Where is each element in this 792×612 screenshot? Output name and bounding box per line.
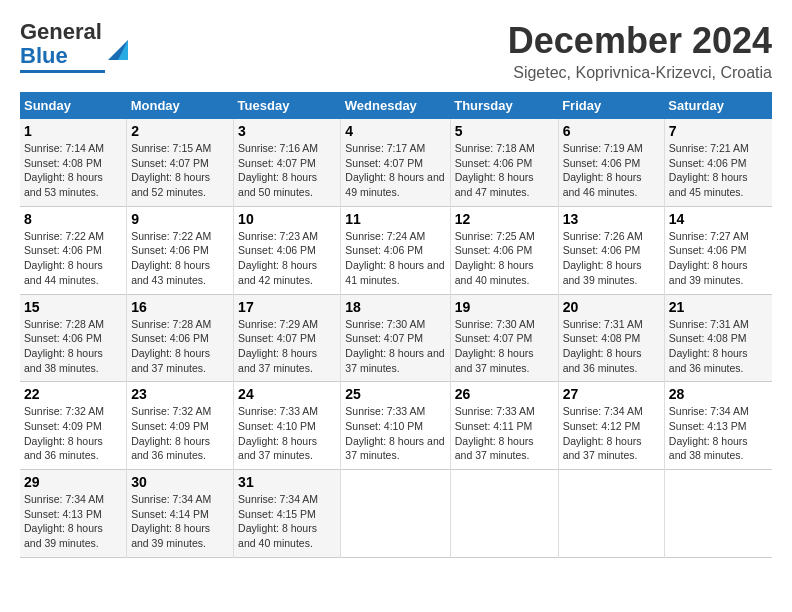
day-cell: 19Sunrise: 7:30 AMSunset: 4:07 PMDayligh… [450,294,558,382]
day-info: Sunrise: 7:30 AMSunset: 4:07 PMDaylight:… [455,318,535,374]
day-number: 22 [24,386,122,402]
day-number: 21 [669,299,768,315]
day-number: 13 [563,211,660,227]
day-cell: 21Sunrise: 7:31 AMSunset: 4:08 PMDayligh… [664,294,772,382]
day-info: Sunrise: 7:22 AMSunset: 4:06 PMDaylight:… [24,230,104,286]
page-header: GeneralBlue December 2024 Sigetec, Kopri… [20,20,772,82]
day-info: Sunrise: 7:34 AMSunset: 4:14 PMDaylight:… [131,493,211,549]
day-number: 18 [345,299,445,315]
day-info: Sunrise: 7:33 AMSunset: 4:11 PMDaylight:… [455,405,535,461]
day-number: 8 [24,211,122,227]
day-number: 28 [669,386,768,402]
week-row-3: 15Sunrise: 7:28 AMSunset: 4:06 PMDayligh… [20,294,772,382]
logo-text: GeneralBlue [20,20,102,68]
day-info: Sunrise: 7:31 AMSunset: 4:08 PMDaylight:… [669,318,749,374]
day-cell: 7Sunrise: 7:21 AMSunset: 4:06 PMDaylight… [664,119,772,206]
day-number: 16 [131,299,229,315]
day-info: Sunrise: 7:21 AMSunset: 4:06 PMDaylight:… [669,142,749,198]
day-cell: 6Sunrise: 7:19 AMSunset: 4:06 PMDaylight… [558,119,664,206]
day-number: 7 [669,123,768,139]
day-info: Sunrise: 7:31 AMSunset: 4:08 PMDaylight:… [563,318,643,374]
day-cell: 18Sunrise: 7:30 AMSunset: 4:07 PMDayligh… [341,294,450,382]
day-info: Sunrise: 7:33 AMSunset: 4:10 PMDaylight:… [345,405,444,461]
day-info: Sunrise: 7:28 AMSunset: 4:06 PMDaylight:… [131,318,211,374]
day-cell: 27Sunrise: 7:34 AMSunset: 4:12 PMDayligh… [558,382,664,470]
day-cell: 26Sunrise: 7:33 AMSunset: 4:11 PMDayligh… [450,382,558,470]
day-cell: 13Sunrise: 7:26 AMSunset: 4:06 PMDayligh… [558,206,664,294]
month-title: December 2024 [508,20,772,62]
day-info: Sunrise: 7:30 AMSunset: 4:07 PMDaylight:… [345,318,444,374]
day-cell: 11Sunrise: 7:24 AMSunset: 4:06 PMDayligh… [341,206,450,294]
day-cell: 16Sunrise: 7:28 AMSunset: 4:06 PMDayligh… [127,294,234,382]
day-number: 15 [24,299,122,315]
day-number: 23 [131,386,229,402]
day-info: Sunrise: 7:23 AMSunset: 4:06 PMDaylight:… [238,230,318,286]
day-number: 4 [345,123,445,139]
header-sunday: Sunday [20,92,127,119]
week-row-5: 29Sunrise: 7:34 AMSunset: 4:13 PMDayligh… [20,470,772,558]
day-number: 20 [563,299,660,315]
day-number: 27 [563,386,660,402]
day-cell: 9Sunrise: 7:22 AMSunset: 4:06 PMDaylight… [127,206,234,294]
week-row-4: 22Sunrise: 7:32 AMSunset: 4:09 PMDayligh… [20,382,772,470]
day-info: Sunrise: 7:32 AMSunset: 4:09 PMDaylight:… [131,405,211,461]
day-number: 3 [238,123,336,139]
day-cell: 5Sunrise: 7:18 AMSunset: 4:06 PMDaylight… [450,119,558,206]
day-info: Sunrise: 7:34 AMSunset: 4:13 PMDaylight:… [669,405,749,461]
day-number: 29 [24,474,122,490]
day-info: Sunrise: 7:34 AMSunset: 4:15 PMDaylight:… [238,493,318,549]
calendar-header-row: SundayMondayTuesdayWednesdayThursdayFrid… [20,92,772,119]
logo-underline [20,70,105,73]
day-cell: 8Sunrise: 7:22 AMSunset: 4:06 PMDaylight… [20,206,127,294]
day-info: Sunrise: 7:32 AMSunset: 4:09 PMDaylight:… [24,405,104,461]
day-cell: 17Sunrise: 7:29 AMSunset: 4:07 PMDayligh… [234,294,341,382]
day-cell: 12Sunrise: 7:25 AMSunset: 4:06 PMDayligh… [450,206,558,294]
day-cell: 4Sunrise: 7:17 AMSunset: 4:07 PMDaylight… [341,119,450,206]
day-cell: 22Sunrise: 7:32 AMSunset: 4:09 PMDayligh… [20,382,127,470]
day-info: Sunrise: 7:28 AMSunset: 4:06 PMDaylight:… [24,318,104,374]
header-monday: Monday [127,92,234,119]
day-cell [341,470,450,558]
day-number: 6 [563,123,660,139]
week-row-1: 1Sunrise: 7:14 AMSunset: 4:08 PMDaylight… [20,119,772,206]
day-cell: 28Sunrise: 7:34 AMSunset: 4:13 PMDayligh… [664,382,772,470]
day-number: 26 [455,386,554,402]
day-number: 19 [455,299,554,315]
header-friday: Friday [558,92,664,119]
day-cell: 1Sunrise: 7:14 AMSunset: 4:08 PMDaylight… [20,119,127,206]
day-cell: 30Sunrise: 7:34 AMSunset: 4:14 PMDayligh… [127,470,234,558]
day-number: 14 [669,211,768,227]
day-cell: 10Sunrise: 7:23 AMSunset: 4:06 PMDayligh… [234,206,341,294]
day-info: Sunrise: 7:33 AMSunset: 4:10 PMDaylight:… [238,405,318,461]
location: Sigetec, Koprivnica-Krizevci, Croatia [508,64,772,82]
day-info: Sunrise: 7:17 AMSunset: 4:07 PMDaylight:… [345,142,444,198]
day-cell: 2Sunrise: 7:15 AMSunset: 4:07 PMDaylight… [127,119,234,206]
day-cell: 31Sunrise: 7:34 AMSunset: 4:15 PMDayligh… [234,470,341,558]
day-cell: 20Sunrise: 7:31 AMSunset: 4:08 PMDayligh… [558,294,664,382]
day-info: Sunrise: 7:29 AMSunset: 4:07 PMDaylight:… [238,318,318,374]
day-cell: 23Sunrise: 7:32 AMSunset: 4:09 PMDayligh… [127,382,234,470]
day-info: Sunrise: 7:15 AMSunset: 4:07 PMDaylight:… [131,142,211,198]
day-cell [450,470,558,558]
day-info: Sunrise: 7:16 AMSunset: 4:07 PMDaylight:… [238,142,318,198]
day-number: 12 [455,211,554,227]
day-info: Sunrise: 7:25 AMSunset: 4:06 PMDaylight:… [455,230,535,286]
calendar-table: SundayMondayTuesdayWednesdayThursdayFrid… [20,92,772,558]
day-number: 30 [131,474,229,490]
day-info: Sunrise: 7:14 AMSunset: 4:08 PMDaylight:… [24,142,104,198]
day-info: Sunrise: 7:18 AMSunset: 4:06 PMDaylight:… [455,142,535,198]
day-info: Sunrise: 7:34 AMSunset: 4:13 PMDaylight:… [24,493,104,549]
day-info: Sunrise: 7:34 AMSunset: 4:12 PMDaylight:… [563,405,643,461]
header-saturday: Saturday [664,92,772,119]
day-number: 24 [238,386,336,402]
day-cell: 24Sunrise: 7:33 AMSunset: 4:10 PMDayligh… [234,382,341,470]
day-number: 9 [131,211,229,227]
day-number: 10 [238,211,336,227]
day-number: 2 [131,123,229,139]
header-thursday: Thursday [450,92,558,119]
header-tuesday: Tuesday [234,92,341,119]
day-number: 17 [238,299,336,315]
day-cell: 25Sunrise: 7:33 AMSunset: 4:10 PMDayligh… [341,382,450,470]
day-cell: 3Sunrise: 7:16 AMSunset: 4:07 PMDaylight… [234,119,341,206]
day-info: Sunrise: 7:24 AMSunset: 4:06 PMDaylight:… [345,230,444,286]
